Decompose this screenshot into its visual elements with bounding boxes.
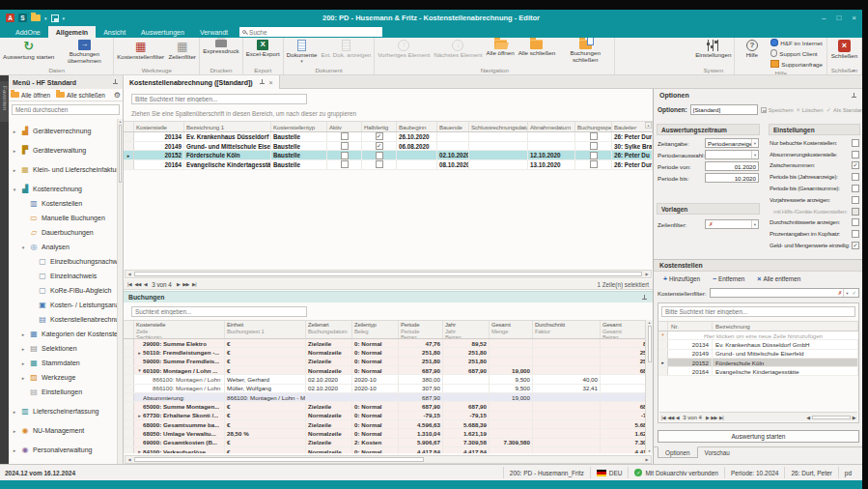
supportanfrage-link[interactable]: Supportanfrage <box>770 60 823 69</box>
options-profile-input[interactable] <box>690 104 758 115</box>
table-row-20134[interactable]: 20134Ev. Krankenhaus Düsseldorf Gm...Bau… <box>124 132 653 142</box>
close-all-button[interactable]: Alle schließen <box>67 92 105 99</box>
checkbox-icon[interactable] <box>590 152 598 159</box>
column-header-aktiv[interactable]: Aktiv <box>327 122 362 131</box>
scroll-left-icon[interactable]: ◀ <box>806 415 809 420</box>
remove-kostenstelle-button[interactable]: −Entfernen <box>713 275 744 282</box>
sidebar-item-einzelbuchungsnachweis[interactable]: ▢Einzelbuchungsnachweis <box>9 254 117 269</box>
status-periode-10-2024[interactable]: Periode: 10.2024 <box>724 467 785 477</box>
column-header-halbfertig[interactable]: Halbfertig <box>362 122 397 131</box>
checkbox-icon[interactable] <box>852 230 859 238</box>
buchung-row-3[interactable]: ▾60100: Montagen / Lohn ...€Normalzeile0… <box>124 366 653 375</box>
kostenstellen-search[interactable] <box>661 306 855 317</box>
buchung-row-5[interactable]: 866100: Montagen / Lohn ...Müller, Wolfg… <box>124 385 653 393</box>
tab-optionen[interactable]: Optionen <box>658 446 698 458</box>
collapse-ribbon-icon[interactable]: ▴ <box>853 67 855 72</box>
pager-prev-icon[interactable]: ◀ <box>144 281 147 287</box>
chevron-down-icon[interactable]: ▾ <box>751 151 758 158</box>
menu-tab-verwandt[interactable]: Verwandt <box>192 26 236 38</box>
excel-export-button[interactable]: XExcel-Export <box>244 39 282 66</box>
chevron-down-icon[interactable]: ▾ <box>751 139 758 147</box>
pager-next-icon[interactable]: ▶▶ <box>711 415 717 420</box>
pager-prev-icon[interactable]: ◀◀ <box>134 281 141 287</box>
grid-search-input[interactable] <box>135 96 303 102</box>
sidebar-item-manuelle-buchungen[interactable]: ▭Manuelle Buchungen <box>9 211 117 225</box>
column-header-buchungssperre[interactable]: Buchungssperre <box>575 122 612 131</box>
scrollbar-thumb[interactable] <box>134 272 642 276</box>
checkbox-icon[interactable] <box>852 185 859 192</box>
buchungen-search-input[interactable] <box>135 308 303 315</box>
einstellungen-button[interactable]: Einstellungen <box>693 39 733 66</box>
table-row-20149[interactable]: 20149Grund- und Mittelschule EiserfeldBa… <box>124 142 653 152</box>
sidebar-item-stammdaten[interactable]: ▸▦Stammdaten <box>9 356 117 370</box>
chevron-down-icon[interactable]: ▾ <box>751 220 758 228</box>
column-header-nr[interactable]: Nr. <box>668 322 713 331</box>
column-header-einheit[interactable]: EinheitBuchungstext 1 <box>225 321 306 338</box>
pager-prev-icon[interactable]: |◀ <box>661 415 665 420</box>
minimize-button[interactable]: – <box>822 14 826 22</box>
sidebar-search-input[interactable] <box>15 106 116 113</box>
sidebar-item-einzelnachweis[interactable]: ▢Einzelnachweis <box>9 269 117 283</box>
kostenstelle-row-20134[interactable]: 20134Ev. Krankenhaus Düsseldorf GmbH <box>658 340 858 349</box>
sidebar-item-lieferscheinerfassung[interactable]: ▸▥Lieferscheinerfassung <box>9 404 117 418</box>
sidebar-item-kostenstellen[interactable]: ▥Kostenstellen <box>9 196 117 211</box>
save-icon[interactable] <box>51 14 59 22</box>
menu-tab-addone[interactable]: AddOne <box>8 26 48 38</box>
buchung-row-4[interactable]: 866100: Montagen / Lohn ...Weber, Gerhar… <box>124 375 653 384</box>
set-default-button[interactable]: ✓Als Standard▾ <box>826 106 862 114</box>
pager-next-icon[interactable]: ▶| <box>719 415 723 420</box>
buchung-row-6[interactable]: Absummierung:866100: Montagen / Lohn - M… <box>124 393 653 402</box>
checkbox-icon[interactable] <box>852 173 859 181</box>
grid-search[interactable] <box>131 94 307 104</box>
checkbox-icon[interactable]: ✓ <box>852 161 859 169</box>
expander-icon[interactable]: ▸ <box>12 129 17 134</box>
checkbox-icon[interactable] <box>341 132 349 140</box>
kostenstellenfilter-select[interactable]: ✗ ▾ ✓ <box>710 288 859 298</box>
column-header-periode[interactable]: PeriodePeriodeBetrag <box>399 321 443 338</box>
sidebar-item-nu-management[interactable]: ▸◉NU-Management <box>9 423 117 438</box>
sidebar-scrollbar[interactable]: ▴ <box>117 119 123 464</box>
tab-vorschau[interactable]: Vorschau <box>698 446 737 458</box>
alle-ffnen-button[interactable]: Alle öffnen <box>485 39 517 66</box>
open-dropdown-icon[interactable]: ▾ <box>44 15 47 21</box>
buchung-row-0[interactable]: 29000: Summe Elektro€Zielzeile0: Normal4… <box>124 339 653 348</box>
alle-schlie-en-button[interactable]: Alle schließen <box>517 39 558 66</box>
kostenstellen-search-input[interactable] <box>665 308 852 315</box>
periodenauswahl-select[interactable]: ▾ <box>705 150 759 159</box>
open-all-button[interactable]: Alle öffnen <box>21 92 50 99</box>
zeilenfilter-field[interactable]: ✗▾ <box>705 219 759 229</box>
sidebar-item-analysen[interactable]: ▾◎Analysen <box>9 240 117 254</box>
table-row-20152[interactable]: ▸20152Förderschule KölnBaustelle02.10.20… <box>124 151 653 160</box>
kostenstellenfilter-button[interactable]: ▦Kostenstellenfilter <box>115 39 166 66</box>
status-mit-dokuarchiv-verbunden[interactable]: ✓Mit Dokuarchiv verbunden <box>628 467 724 477</box>
checkbox-icon[interactable] <box>341 152 349 159</box>
sidebar-item-ger-teverrechnung[interactable]: ▸▟Geräteverrechnung <box>9 124 117 138</box>
zeilenfilter-button[interactable]: ▦Zeilenfilter <box>166 39 198 66</box>
checkbox-icon[interactable] <box>376 160 383 168</box>
expander-icon[interactable]: ▸ <box>12 148 17 154</box>
checkbox-icon[interactable] <box>376 152 383 159</box>
checkbox-icon[interactable] <box>590 132 598 140</box>
expander-icon[interactable]: ▸ <box>20 346 26 352</box>
checkbox-icon[interactable] <box>852 218 859 226</box>
buchung-row-10[interactable]: 68050: Umlage Verwaltu...28,50 %Normalze… <box>124 429 653 438</box>
save-options-button[interactable]: Speichern <box>761 107 794 113</box>
status-deu[interactable]: DEU <box>590 467 629 477</box>
column-header-schlussrechnungsdatum[interactable]: Schlussrechnungsdatum <box>469 122 528 131</box>
column-header-bezeichnung[interactable]: Bezeichnung <box>713 322 858 331</box>
expander-icon[interactable]: ▸ <box>12 167 17 173</box>
expander-icon[interactable]: ▸ <box>12 447 17 453</box>
periode-von-field[interactable]: 01.2020 <box>705 161 759 171</box>
expander-icon[interactable]: ▾ <box>12 187 17 192</box>
document-tab[interactable]: Kostenstellenabrechnung ([Standard]) × <box>124 75 280 89</box>
kostenstelle-row-20164[interactable]: 20164Evangelische Kindertagesstätte <box>658 367 858 376</box>
buchungen-search[interactable] <box>131 306 307 317</box>
favorites-vertical-tab[interactable]: Favoriten <box>0 81 9 122</box>
scrollbar-thumb[interactable] <box>648 326 652 362</box>
kostenstelle-row-20152[interactable]: ▸20152Förderschule Köln <box>658 359 858 367</box>
sidebar-item-kosten-leistungsanalyse[interactable]: ▣Kosten- / Leistungsanalyse <box>9 298 117 312</box>
checkbox-icon[interactable]: ✓ <box>376 142 383 150</box>
delete-options-button[interactable]: ×Löschen <box>797 106 824 113</box>
sidebar-search[interactable] <box>12 104 120 115</box>
pager-next-icon[interactable]: ▶| <box>192 281 196 287</box>
